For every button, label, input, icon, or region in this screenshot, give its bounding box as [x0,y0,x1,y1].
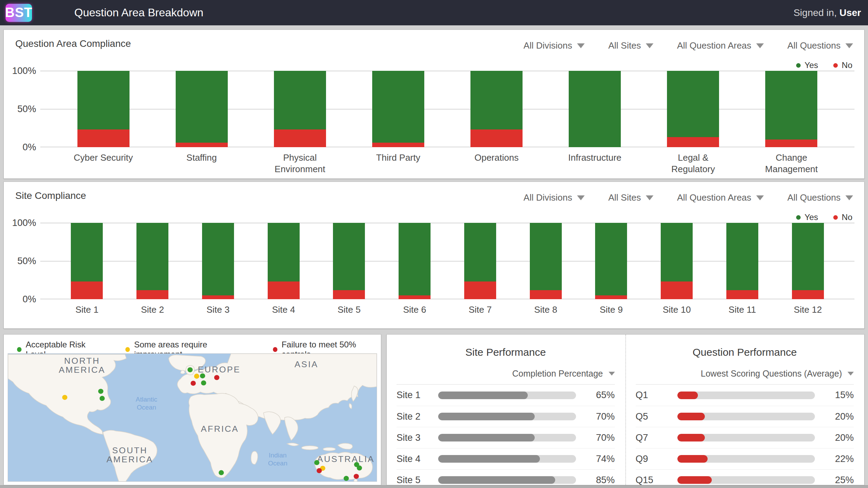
bar-segment-yes[interactable] [470,71,523,129]
bar-segment-yes[interactable] [333,223,365,290]
site-label: Site 4 [397,454,434,464]
bar-segment-no[interactable] [274,129,326,147]
bar-segment-no[interactable] [77,129,130,147]
stacked-bar[interactable] [77,71,130,147]
stacked-bar[interactable] [136,223,168,299]
map-marker-acceptable[interactable] [219,470,224,476]
bar-segment-yes[interactable] [661,223,693,281]
map-marker-acceptable[interactable] [98,389,103,394]
bar-segment-yes[interactable] [792,223,824,290]
question-areas-filter-dropdown[interactable]: All Question Areas [677,40,764,51]
stacked-bar[interactable] [470,71,523,147]
percentage-value: 25% [823,475,854,486]
divisions-filter-dropdown[interactable]: All Divisions [524,192,585,203]
bar-segment-no[interactable] [726,290,758,299]
bar-segment-no[interactable] [268,281,300,299]
bar-segment-no[interactable] [176,143,228,147]
bar-segment-yes[interactable] [268,223,300,281]
map-marker-acceptable[interactable] [187,367,193,372]
divisions-filter-dropdown[interactable]: All Divisions [524,40,585,51]
bar-segment-yes[interactable] [136,223,168,290]
map-marker-acceptable[interactable] [100,396,105,401]
stacked-bar[interactable] [464,223,496,299]
bar-segment-no[interactable] [765,140,817,147]
map-marker-failure[interactable] [317,468,322,473]
bar-segment-no[interactable] [399,295,431,299]
stacked-bar[interactable] [71,223,103,299]
category-label-cell: Infrastructure [546,152,644,175]
map-marker-improvement[interactable] [62,395,67,400]
bar-segment-no[interactable] [372,143,424,147]
stacked-bar[interactable] [372,71,424,147]
bar-segment-yes[interactable] [726,223,758,290]
bar-segment-no[interactable] [530,290,562,299]
tasmania [354,479,357,481]
stacked-bar[interactable] [274,71,326,147]
lowest-scoring-dropdown[interactable]: Lowest Scoring Questions (Average) [636,369,854,385]
progress-fill [438,476,555,484]
map-marker-acceptable[interactable] [357,465,362,471]
bar-segment-yes[interactable] [595,223,627,295]
bar-segment-yes[interactable] [202,223,234,295]
stacked-bar[interactable] [726,223,758,299]
category-labels-row: Site 1Site 2Site 3Site 4Site 5Site 6Site… [40,304,854,315]
map-marker-acceptable[interactable] [314,460,319,465]
question-areas-filter-dropdown[interactable]: All Question Areas [677,192,764,203]
bar-segment-yes[interactable] [765,71,817,140]
map-region-label: EUROPE [198,365,241,375]
bar-segment-yes[interactable] [399,223,431,295]
bar-segment-yes[interactable] [71,223,103,281]
sites-filter-dropdown[interactable]: All Sites [608,192,653,203]
bar-segment-no[interactable] [202,295,234,299]
map-marker-acceptable[interactable] [344,476,349,481]
bar-segment-no[interactable] [595,295,627,299]
bar-segment-no[interactable] [333,290,365,299]
bar-segment-yes[interactable] [667,71,719,137]
stacked-bar[interactable] [792,223,824,299]
bar-segment-no[interactable] [464,281,496,299]
stacked-bar[interactable] [176,71,228,147]
questions-filter-dropdown[interactable]: All Questions [787,40,853,51]
stacked-bar[interactable] [202,223,234,299]
world-map[interactable]: NORTHAMERICAEUROPEASIAAFRICASOUTHAMERICA… [8,353,377,482]
stacked-bar[interactable] [765,71,817,147]
map-ocean-label: Ocean [137,404,156,411]
chevron-down-icon [848,372,854,376]
map-marker-acceptable[interactable] [201,380,206,386]
question-area-chart: 100% 50% 0% Cyber SecurityStaffingPhysic… [40,71,854,175]
stacked-bar[interactable] [399,223,431,299]
bar-segment-no[interactable] [470,129,523,147]
bar-segment-yes[interactable] [530,223,562,290]
improvement-dot-icon [125,347,130,352]
bar-segment-yes[interactable] [569,71,621,147]
bar-segment-yes[interactable] [464,223,496,281]
completion-percentage-dropdown[interactable]: Completion Percentage [397,369,615,385]
stacked-bar[interactable] [333,223,365,299]
bar-segment-no[interactable] [667,137,719,147]
stacked-bar[interactable] [569,71,621,147]
stacked-bar[interactable] [530,223,562,299]
map-marker-acceptable[interactable] [200,373,205,379]
bar-segment-no[interactable] [136,290,168,299]
bar-segment-no[interactable] [71,281,103,299]
sites-filter-dropdown[interactable]: All Sites [608,40,653,51]
stacked-bar[interactable] [268,223,300,299]
stacked-bar[interactable] [661,223,693,299]
map-marker-improvement[interactable] [194,374,199,379]
progress-track [677,413,815,420]
bar-segment-yes[interactable] [77,71,130,129]
questions-filter-dropdown[interactable]: All Questions [787,192,853,203]
question-area-compliance-panel: Question Area Compliance All Divisions A… [3,30,865,179]
bar-segment-yes[interactable] [274,71,326,129]
map-marker-failure[interactable] [191,381,196,386]
map-marker-failure[interactable] [354,474,359,479]
bar-segment-no[interactable] [661,281,693,299]
bar-segment-yes[interactable] [372,71,424,143]
map-region-label: NORTH [64,356,100,365]
stacked-bar[interactable] [667,71,719,147]
progress-fill [438,413,535,420]
map-marker-failure[interactable] [214,375,219,380]
stacked-bar[interactable] [595,223,627,299]
bar-segment-yes[interactable] [176,71,228,143]
bar-segment-no[interactable] [792,290,824,299]
